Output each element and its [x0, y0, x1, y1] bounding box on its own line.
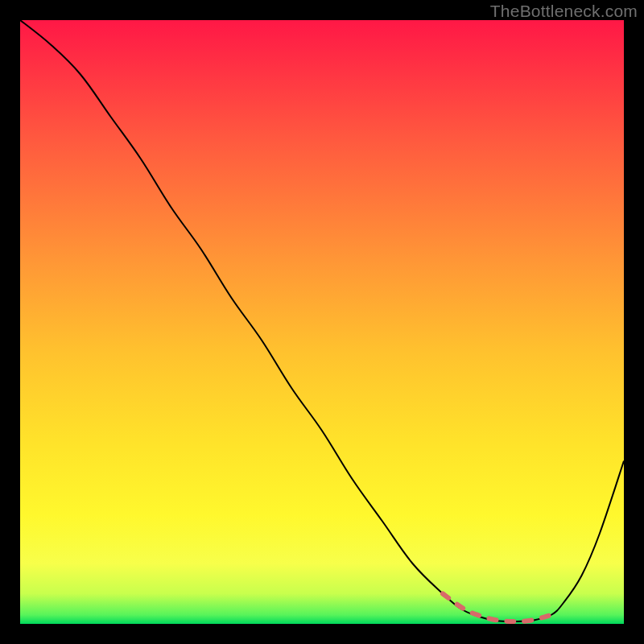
- gradient-background: [20, 20, 624, 624]
- chart-frame: TheBottleneck.com: [0, 0, 644, 644]
- plot-area: [20, 20, 624, 624]
- chart-svg: [20, 20, 624, 624]
- watermark-text: TheBottleneck.com: [490, 2, 638, 21]
